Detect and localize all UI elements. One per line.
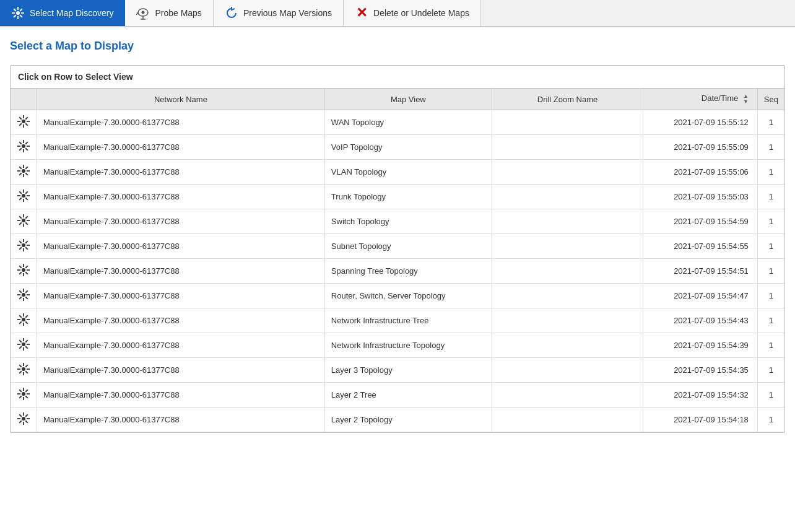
svg-line-20 xyxy=(25,123,28,126)
svg-line-102 xyxy=(25,340,28,342)
row-drill-zoom xyxy=(492,284,643,308)
table-row[interactable]: ManualExample-7.30.0000-61377C88VLAN Top… xyxy=(11,160,784,185)
row-map-view: Layer 3 Topology xyxy=(324,358,492,383)
row-datetime: 2021-07-09 15:54:43 xyxy=(643,308,758,333)
svg-line-37 xyxy=(19,167,22,169)
row-seq: 1 xyxy=(757,234,784,259)
svg-line-7 xyxy=(20,9,22,11)
svg-line-66 xyxy=(25,241,28,243)
row-network-name: ManualExample-7.30.0000-61377C88 xyxy=(37,135,325,160)
row-network-name: ManualExample-7.30.0000-61377C88 xyxy=(37,358,325,383)
tab-bar: Select Map Discovery Probe Maps Previous… xyxy=(0,0,795,27)
table-row[interactable]: ManualExample-7.30.0000-61377C88Layer 3 … xyxy=(11,358,784,383)
tab-label-versions: Previous Map Versions xyxy=(243,8,332,18)
svg-line-111 xyxy=(25,365,28,367)
svg-point-10 xyxy=(142,11,145,14)
table-body: ManualExample-7.30.0000-61377C88WAN Topo… xyxy=(11,110,784,432)
svg-line-118 xyxy=(19,390,22,392)
table-row[interactable]: ManualExample-7.30.0000-61377C88VoIP Top… xyxy=(11,135,784,160)
svg-line-109 xyxy=(19,365,22,367)
svg-line-75 xyxy=(25,266,28,268)
svg-line-31 xyxy=(19,148,22,150)
table-row[interactable]: ManualExample-7.30.0000-61377C88Router, … xyxy=(11,284,784,308)
tab-select-map-discovery[interactable]: Select Map Discovery xyxy=(0,0,125,26)
row-icon xyxy=(11,234,37,259)
row-drill-zoom xyxy=(492,408,643,432)
svg-line-119 xyxy=(25,396,28,398)
row-datetime: 2021-07-09 15:54:39 xyxy=(643,333,758,358)
svg-point-50 xyxy=(22,219,25,222)
svg-line-58 xyxy=(19,222,22,225)
svg-line-65 xyxy=(25,247,28,250)
row-datetime: 2021-07-09 15:54:35 xyxy=(643,358,758,383)
svg-line-40 xyxy=(19,173,22,175)
row-seq: 1 xyxy=(757,135,784,160)
svg-line-127 xyxy=(19,414,22,417)
svg-line-28 xyxy=(19,142,22,144)
svg-line-91 xyxy=(19,315,22,318)
row-drill-zoom xyxy=(492,110,643,135)
row-seq: 1 xyxy=(757,333,784,358)
svg-line-47 xyxy=(25,198,28,200)
table-header-row: Network Name Map View Drill Zoom Name Da… xyxy=(11,89,784,110)
row-drill-zoom xyxy=(492,135,643,160)
svg-line-6 xyxy=(20,15,22,17)
svg-point-77 xyxy=(22,293,25,297)
table-row[interactable]: ManualExample-7.30.0000-61377C88WAN Topo… xyxy=(11,110,784,135)
svg-line-64 xyxy=(19,241,22,243)
page-title: Select a Map to Display xyxy=(10,40,785,53)
table-row[interactable]: ManualExample-7.30.0000-61377C88Spanning… xyxy=(11,259,784,284)
row-map-view: Network Infrastructure Tree xyxy=(324,308,492,333)
col-header-datetime[interactable]: Date/Time ▲▼ xyxy=(643,89,758,110)
svg-line-21 xyxy=(25,117,28,120)
row-datetime: 2021-07-09 15:55:09 xyxy=(643,135,758,160)
row-icon xyxy=(11,333,37,358)
row-map-view: Spanning Tree Topology xyxy=(324,259,492,284)
row-network-name: ManualExample-7.30.0000-61377C88 xyxy=(37,259,325,284)
svg-point-14 xyxy=(22,120,25,123)
row-datetime: 2021-07-09 15:54:47 xyxy=(643,284,758,308)
tab-previous-map-versions[interactable]: Previous Map Versions xyxy=(214,0,344,26)
svg-point-41 xyxy=(22,194,25,198)
row-network-name: ManualExample-7.30.0000-61377C88 xyxy=(37,185,325,209)
row-seq: 1 xyxy=(757,308,784,333)
svg-point-122 xyxy=(22,417,25,421)
row-icon xyxy=(11,383,37,408)
svg-line-85 xyxy=(19,297,22,299)
svg-line-46 xyxy=(19,191,22,194)
row-network-name: ManualExample-7.30.0000-61377C88 xyxy=(37,333,325,358)
row-seq: 1 xyxy=(757,185,784,209)
row-map-view: WAN Topology xyxy=(324,110,492,135)
table-row[interactable]: ManualExample-7.30.0000-61377C88Subnet T… xyxy=(11,234,784,259)
svg-line-39 xyxy=(25,167,28,169)
row-drill-zoom xyxy=(492,308,643,333)
row-map-view: Switch Topology xyxy=(324,209,492,234)
row-drill-zoom xyxy=(492,209,643,234)
tab-delete-undelete-maps[interactable]: ✕ Delete or Undelete Maps xyxy=(344,0,481,26)
row-icon xyxy=(11,110,37,135)
row-map-view: Subnet Topology xyxy=(324,234,492,259)
row-icon xyxy=(11,209,37,234)
svg-point-86 xyxy=(22,318,25,321)
table-row[interactable]: ManualExample-7.30.0000-61377C88Network … xyxy=(11,308,784,333)
row-drill-zoom xyxy=(492,383,643,408)
map-table-container: Click on Row to Select View Network Name… xyxy=(10,65,785,433)
svg-line-67 xyxy=(19,247,22,250)
svg-line-22 xyxy=(19,123,22,126)
row-icon xyxy=(11,160,37,185)
svg-line-5 xyxy=(14,9,16,11)
row-datetime: 2021-07-09 15:55:12 xyxy=(643,110,758,135)
svg-line-73 xyxy=(19,266,22,268)
row-icon xyxy=(11,308,37,333)
table-row[interactable]: ManualExample-7.30.0000-61377C88Network … xyxy=(11,333,784,358)
row-map-view: Layer 2 Tree xyxy=(324,383,492,408)
table-row[interactable]: ManualExample-7.30.0000-61377C88Layer 2 … xyxy=(11,383,784,408)
table-row[interactable]: ManualExample-7.30.0000-61377C88Trunk To… xyxy=(11,185,784,209)
row-map-view: Router, Switch, Server Topology xyxy=(324,284,492,308)
table-row[interactable]: ManualExample-7.30.0000-61377C88Layer 2 … xyxy=(11,408,784,432)
table-row[interactable]: ManualExample-7.30.0000-61377C88Switch T… xyxy=(11,209,784,234)
svg-line-74 xyxy=(25,272,28,274)
row-map-view: Network Infrastructure Topology xyxy=(324,333,492,358)
svg-line-92 xyxy=(25,321,28,324)
tab-probe-maps[interactable]: Probe Maps xyxy=(125,0,213,26)
